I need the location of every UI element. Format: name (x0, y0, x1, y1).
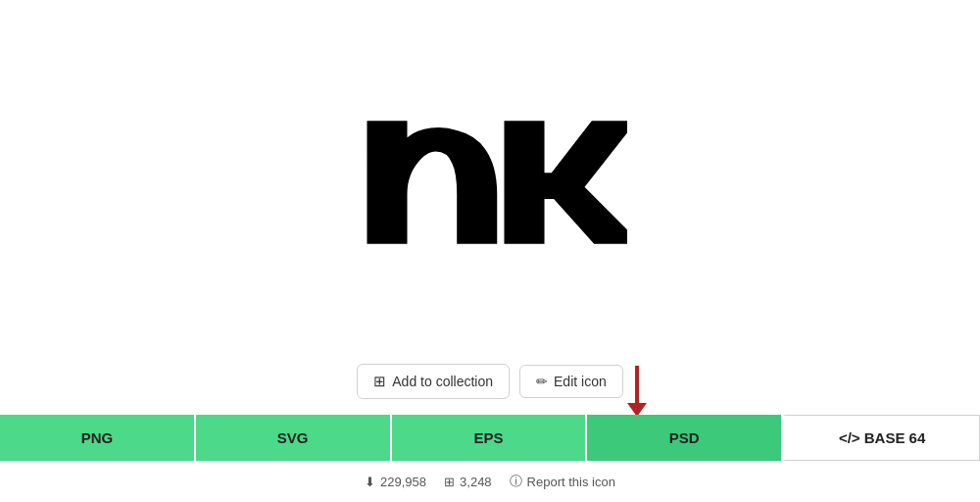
download-base64-button[interactable]: </> BASE 64 (783, 415, 980, 461)
download-png-button[interactable]: PNG (0, 415, 196, 461)
downloads-stat: ⬇ 229,958 (365, 475, 426, 489)
add-collection-label: Add to collection (392, 374, 493, 389)
add-to-collection-button[interactable]: ⊞ Add to collection (357, 364, 510, 399)
pencil-icon: ✏ (536, 374, 548, 389)
arrow-indicator (627, 366, 647, 417)
report-label: Report this icon (527, 475, 615, 489)
add-collection-icon: ⊞ (373, 373, 386, 390)
collections-stat-icon: ⊞ (444, 475, 455, 489)
report-icon-link[interactable]: ⓘ Report this icon (510, 473, 615, 490)
action-buttons-group: ⊞ Add to collection ✏ Edit icon (357, 364, 622, 399)
download-svg-button[interactable]: SVG (196, 415, 392, 461)
download-psd-button[interactable]: PSD (587, 415, 783, 461)
collections-count: 3,248 (460, 475, 492, 489)
download-buttons-row: PNG SVG EPS PSD </> BASE 64 (0, 415, 980, 461)
download-eps-button[interactable]: EPS (392, 415, 588, 461)
edit-icon-button[interactable]: ✏ Edit icon (519, 365, 623, 398)
collections-stat: ⊞ 3,248 (444, 475, 492, 489)
arrow-shaft (635, 366, 639, 403)
edit-icon-label: Edit icon (554, 374, 607, 389)
icon-preview-area (0, 0, 980, 364)
download-section: PNG SVG EPS PSD </> BASE 64 (0, 415, 980, 461)
download-stat-icon: ⬇ (365, 475, 375, 489)
vk-logo-icon (353, 104, 627, 261)
info-icon: ⓘ (510, 473, 522, 490)
stats-row: ⬇ 229,958 ⊞ 3,248 ⓘ Report this icon (365, 461, 615, 502)
downloads-count: 229,958 (380, 475, 426, 489)
